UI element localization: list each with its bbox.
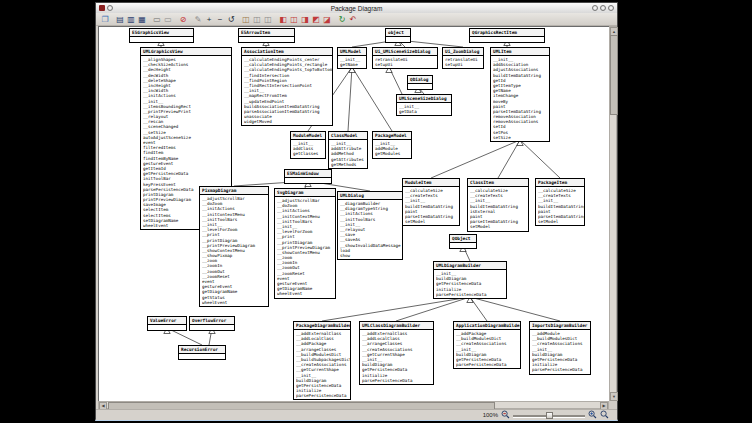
class-box-OverflowError[interactable]: OverflowError	[189, 316, 235, 331]
class-box-members: __adjustScrollBar__doZoom__initActions__…	[275, 197, 335, 298]
align-hcenter-icon[interactable]: ◫	[289, 14, 299, 25]
class-box-Ui_ZoomDialog[interactable]: Ui_ZoomDialogretranslateUisetupUi	[442, 47, 484, 69]
class-box-E5MainWindow[interactable]: E5MainWindow	[284, 169, 332, 184]
class-box-title: QGraphicsRectItem	[470, 29, 544, 37]
class-box-members: __diagramBuilder__diagramTypeString__ini…	[338, 200, 402, 259]
class-box-members	[179, 354, 225, 359]
class-box-QDialog[interactable]: QDialog	[407, 75, 433, 90]
load-diagram-icon[interactable]: ▤	[115, 14, 125, 25]
class-member: getAttributes	[331, 157, 367, 162]
class-box-E5ArrowItem[interactable]: E5ArrowItem	[238, 28, 295, 43]
scroll-down-icon[interactable]: ▼	[610, 392, 618, 401]
vertical-scroll-thumb[interactable]	[610, 35, 618, 115]
diagram-canvas[interactable]: E5GraphicsViewE5ArrowItemobjectQGraphics…	[98, 26, 610, 402]
zoom-in-icon[interactable]: +	[204, 14, 214, 25]
zoom-slider-handle[interactable]	[546, 412, 553, 419]
horizontal-scrollbar[interactable]: ◀ ▶	[98, 401, 609, 409]
zoom-out-icon[interactable]: −	[215, 14, 225, 25]
class-box-UMLDiagramBuilder[interactable]: UMLDiagramBuilder__init__buildDiagramget…	[433, 261, 507, 299]
align-right-icon[interactable]: ◨	[300, 14, 310, 25]
class-box-ApplicationDiagramBuilder[interactable]: ApplicationDiagramBuilder__addPackage__b…	[453, 321, 521, 369]
close-button[interactable]	[608, 5, 614, 11]
vertical-scrollbar[interactable]: ▲ ▼	[609, 26, 617, 402]
class-box-RecursionError[interactable]: RecursionError	[178, 345, 226, 360]
align-top-icon[interactable]: ◩	[311, 14, 321, 25]
class-box-members: __init__getName	[338, 56, 366, 68]
class-member: setModel	[538, 219, 584, 224]
class-box-members: __calculateSize__createTexts__init__buil…	[468, 187, 528, 231]
class-box-E5GraphicsView[interactable]: E5GraphicsView	[129, 28, 194, 43]
window-restore-icon[interactable]: ◫	[263, 14, 273, 25]
class-box-title: UMLClassDiagramBuilder	[360, 322, 433, 330]
class-box-ClassModel[interactable]: ClassModel__init__addAttributeaddMethodg…	[328, 131, 368, 169]
inheritance-edge	[348, 67, 352, 131]
class-box-members: __addExternalClass__addLocalClass__addPa…	[294, 330, 350, 399]
class-member: parsePersistenceData	[436, 292, 506, 297]
class-box-members	[408, 84, 432, 89]
class-box-PixmapDiagram[interactable]: PixmapDiagram__adjustScrollBar__doZoom__…	[199, 186, 269, 307]
class-box-ModuleModel[interactable]: ModuleModel__init__addClassgetClasses	[290, 131, 326, 159]
class-box-title: ValueError	[148, 317, 186, 325]
class-box-title: PixmapDiagram	[200, 187, 268, 195]
class-box-UMLItem[interactable]: UMLItem__init__addAssociationadjustAssoc…	[490, 47, 550, 142]
class-box-title: PackageDiagramBuilder	[294, 322, 350, 330]
class-box-PackageModel[interactable]: PackageModel__init__addModulegetModules	[372, 131, 412, 159]
rescan-icon[interactable]: ↶	[348, 14, 358, 25]
class-member: setModel	[470, 224, 528, 229]
class-box-PackageDiagramBuilder[interactable]: PackageDiagramBuilder__addExternalClass_…	[293, 321, 351, 400]
class-member: getData	[399, 109, 451, 114]
class-box-object[interactable]: object	[385, 28, 411, 43]
class-box-members: __init__addAssociationadjustAssociations…	[491, 56, 549, 141]
zoom-reset-icon[interactable]: ↺	[226, 14, 236, 25]
class-box-members	[386, 37, 410, 42]
class-box-ImportsDiagramBuilder[interactable]: ImportsDiagramBuilder__addModule__buildM…	[529, 321, 591, 375]
class-box-UMLClassDiagramBuilder[interactable]: UMLClassDiagramBuilder__addExternalClass…	[359, 321, 434, 385]
class-box-members	[285, 178, 331, 183]
align-bottom-icon[interactable]: ◪	[322, 14, 332, 25]
class-box-ModuleItem[interactable]: ModuleItem__calculateSize__createTexts__…	[402, 178, 460, 226]
class-box-UMLSceneSizeDialog[interactable]: UMLSceneSizeDialog__init__getData	[396, 94, 452, 116]
class-member: wheelEvent	[277, 291, 335, 296]
class-box-title: ApplicationDiagramBuilder	[454, 322, 520, 330]
window-tile-icon[interactable]: ◫	[252, 14, 262, 25]
class-box-ValueError[interactable]: ValueError	[147, 316, 187, 331]
zoom-out-icon[interactable]	[501, 410, 510, 420]
zoom-in-icon[interactable]	[588, 410, 597, 420]
save-diagram-icon[interactable]: ▥	[126, 14, 136, 25]
relayout-icon[interactable]: ↻	[337, 14, 347, 25]
class-box-members: __init__addModulegetModules	[373, 140, 411, 158]
class-member: getClasses	[293, 151, 325, 156]
app-icon	[99, 5, 105, 11]
class-box-members: __adjustScrollBar__doZoom__initActions__…	[200, 195, 268, 306]
class-box-UMLDialog[interactable]: UMLDialog__diagramBuilder__diagramTypeSt…	[337, 191, 403, 260]
align-left-icon[interactable]: ◧	[278, 14, 288, 25]
class-box-title: PackageModel	[373, 132, 411, 140]
edit-icon[interactable]: ✎	[193, 14, 203, 25]
class-box-UMLModel[interactable]: UMLModel__init__getName	[337, 47, 367, 69]
class-box-Ui_UMLSceneSizeDialog[interactable]: Ui_UMLSceneSizeDialogretranslateUisetupU…	[372, 47, 438, 69]
zoom-slider[interactable]	[513, 411, 585, 420]
maximize-button[interactable]	[600, 5, 606, 11]
class-box-QGraphicsRectItem[interactable]: QGraphicsRectItem	[469, 28, 545, 43]
class-box-PackageItem[interactable]: PackageItem__calculateSize__createTexts_…	[535, 178, 585, 226]
save-as-image-icon[interactable]: ▦	[137, 14, 147, 25]
class-box-members: __calculateEndingPoints_center__calculat…	[242, 56, 332, 125]
inheritance-edge	[396, 297, 470, 321]
class-box-SvgDiagram[interactable]: SvgDiagram__adjustScrollBar__doZoom__ini…	[274, 188, 336, 299]
minimize-button[interactable]	[592, 5, 598, 11]
class-box-ClassItem[interactable]: ClassItem__calculateSize__createTexts__i…	[467, 178, 529, 232]
zoom-reset-icon[interactable]	[600, 410, 609, 420]
desktop: Package Diagram ❐▤▥▦▭▭⊘✎+−↺◫◫◫◧◫◨◩◪↻↶ E5…	[0, 0, 752, 423]
class-box-AssociationItem[interactable]: AssociationItem__calculateEndingPoints_c…	[241, 47, 333, 126]
print-preview-icon[interactable]: ▭	[163, 14, 173, 25]
class-box-QObject[interactable]: QObject	[449, 234, 477, 249]
window-cascade-icon[interactable]: ◫	[241, 14, 251, 25]
close-window-icon[interactable]: ⊘	[178, 14, 188, 25]
shade-button[interactable]	[107, 5, 113, 11]
new-window-icon[interactable]: ❐	[100, 14, 110, 25]
class-box-title: UMLGraphicsView	[141, 48, 231, 56]
class-box-members: __addExternalClass__addLocalClass__arran…	[360, 330, 433, 384]
print-icon[interactable]: ▭	[152, 14, 162, 25]
class-box-title: PackageItem	[536, 179, 584, 187]
class-member: parsePersistenceData	[362, 378, 433, 383]
